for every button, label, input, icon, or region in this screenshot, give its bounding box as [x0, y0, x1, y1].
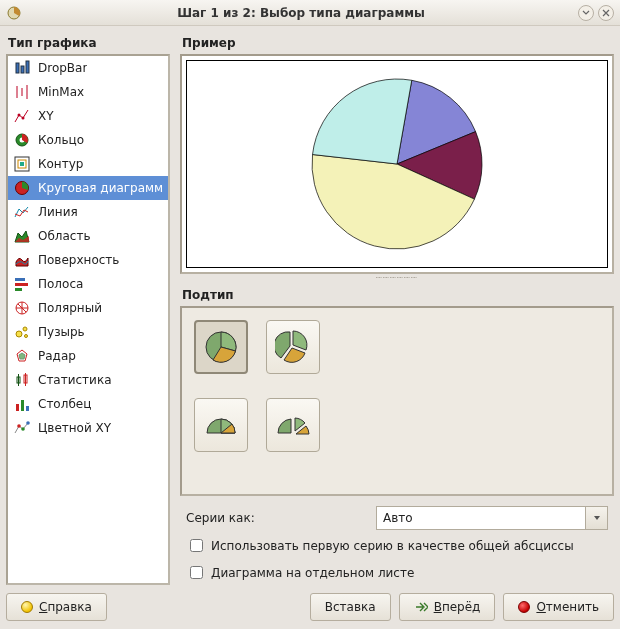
series-as-value: Авто	[383, 511, 413, 525]
chart-type-label: Полоса	[38, 277, 83, 291]
first-series-abscissa-label: Использовать первую серию в качестве общ…	[211, 539, 574, 553]
chart-type-item[interactable]: Радар	[8, 344, 168, 368]
preview-canvas	[186, 60, 608, 268]
svg-point-38	[26, 421, 30, 425]
chart-type-label: Линия	[38, 205, 78, 219]
chart-type-item[interactable]: XY	[8, 104, 168, 128]
chart-type-item[interactable]: Цветной XY	[8, 416, 168, 440]
separate-sheet-label: Диаграмма на отдельном листе	[211, 566, 414, 580]
chart-type-label: Радар	[38, 349, 76, 363]
svg-rect-35	[26, 406, 29, 411]
chart-type-item[interactable]: Полоса	[8, 272, 168, 296]
svg-rect-17	[15, 278, 25, 281]
close-button[interactable]	[598, 5, 614, 21]
forward-button[interactable]: Вперёд	[399, 593, 496, 621]
subtype-panel	[180, 306, 614, 496]
chart-type-icon	[14, 228, 32, 244]
chart-type-item[interactable]: DropBar	[8, 56, 168, 80]
help-icon	[21, 601, 33, 613]
chart-type-list[interactable]: DropBarMinMaxXYКольцоКонтурКруговая диаг…	[6, 54, 170, 585]
svg-marker-28	[19, 353, 25, 359]
chart-type-icon	[14, 276, 32, 292]
svg-rect-2	[21, 66, 24, 73]
insert-button[interactable]: Вставка	[310, 593, 391, 621]
svg-rect-1	[16, 63, 19, 73]
chart-type-label: Пузырь	[38, 325, 85, 339]
titlebar: Шаг 1 из 2: Выбор типа диаграммы	[0, 0, 620, 26]
chart-type-item[interactable]: Область	[8, 224, 168, 248]
chart-type-icon	[14, 60, 32, 76]
chart-type-item[interactable]: Столбец	[8, 392, 168, 416]
svg-rect-3	[26, 61, 29, 73]
chart-type-label: XY	[38, 109, 54, 123]
svg-point-8	[22, 117, 25, 120]
chart-type-icon	[14, 108, 32, 124]
svg-point-26	[25, 335, 28, 338]
series-as-label: Серии как:	[186, 511, 376, 525]
chart-type-item[interactable]: MinMax	[8, 80, 168, 104]
chart-type-icon	[14, 180, 32, 196]
chart-type-item[interactable]: Контур	[8, 152, 168, 176]
chart-type-icon	[14, 132, 32, 148]
chart-type-item[interactable]: Кольцо	[8, 128, 168, 152]
cancel-icon	[518, 601, 530, 613]
series-as-select[interactable]: Авто	[376, 506, 608, 530]
help-button[interactable]: Справка	[6, 593, 107, 621]
chart-type-label: DropBar	[38, 61, 87, 75]
chart-type-icon	[14, 84, 32, 100]
forward-button-label-rest: перёд	[442, 600, 481, 614]
separate-sheet-checkbox[interactable]	[190, 566, 203, 579]
dropdown-caret-icon	[585, 507, 607, 529]
forward-icon	[414, 601, 428, 613]
chart-type-icon	[14, 300, 32, 316]
svg-point-37	[21, 427, 25, 431]
chart-type-icon	[14, 420, 32, 436]
chart-type-icon	[14, 348, 32, 364]
cancel-button[interactable]: Отменить	[503, 593, 614, 621]
chart-type-label: Статистика	[38, 373, 112, 387]
chart-type-label: Контур	[38, 157, 83, 171]
chart-type-icon	[14, 252, 32, 268]
chart-type-label: Полярный	[38, 301, 102, 315]
svg-point-25	[23, 327, 27, 331]
app-icon	[6, 5, 22, 21]
svg-point-36	[17, 424, 21, 428]
chart-type-icon	[14, 204, 32, 220]
chart-type-label: Область	[38, 229, 91, 243]
cancel-button-label-u: О	[536, 600, 545, 614]
chart-type-heading: Тип графика	[6, 30, 170, 54]
first-series-abscissa-checkbox[interactable]	[190, 539, 203, 552]
cancel-button-label-rest: тменить	[546, 600, 599, 614]
subtype-heading: Подтип	[180, 282, 614, 306]
chart-type-item[interactable]: Статистика	[8, 368, 168, 392]
subtype-pie-exploded[interactable]	[266, 320, 320, 374]
help-button-label-rest: правка	[47, 600, 92, 614]
subtype-pie-2d[interactable]	[194, 320, 248, 374]
svg-rect-18	[15, 283, 28, 286]
chart-type-item[interactable]: Круговая диаграмма	[8, 176, 168, 200]
chart-type-label: Поверхность	[38, 253, 119, 267]
window-title: Шаг 1 из 2: Выбор типа диаграммы	[28, 6, 574, 20]
chart-type-icon	[14, 396, 32, 412]
chart-type-label: Столбец	[38, 397, 91, 411]
preview-frame	[180, 54, 614, 274]
chart-type-icon	[14, 324, 32, 340]
chart-type-label: Круговая диаграмма	[38, 181, 162, 195]
chart-type-label: Кольцо	[38, 133, 84, 147]
subtype-half-pie-exploded[interactable]	[266, 398, 320, 452]
pie-slice	[313, 79, 412, 164]
insert-button-label: Вставка	[325, 600, 376, 614]
chart-type-label: Цветной XY	[38, 421, 111, 435]
minimize-button[interactable]	[578, 5, 594, 21]
chart-type-icon	[14, 372, 32, 388]
chart-type-item[interactable]: Линия	[8, 200, 168, 224]
chart-type-item[interactable]: Поверхность	[8, 248, 168, 272]
svg-rect-33	[16, 404, 19, 411]
subtype-half-pie-2d[interactable]	[194, 398, 248, 452]
svg-point-24	[16, 331, 22, 337]
svg-rect-19	[15, 288, 22, 291]
chart-type-item[interactable]: Пузырь	[8, 320, 168, 344]
pie-chart-preview	[297, 69, 497, 259]
chart-type-item[interactable]: Полярный	[8, 296, 168, 320]
svg-point-7	[18, 114, 21, 117]
